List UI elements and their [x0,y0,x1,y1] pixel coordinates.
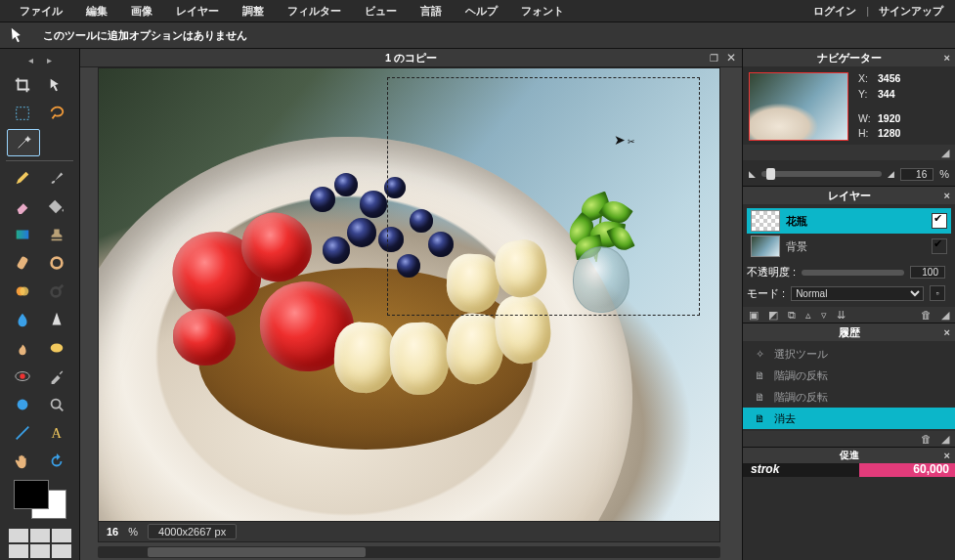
history-label: 階調の反転 [774,368,828,383]
menu-edit[interactable]: 編集 [74,4,119,19]
layers-header[interactable]: レイヤー × [743,187,955,204]
tool-blend[interactable] [7,279,38,304]
layer-down-icon[interactable]: ▿ [821,309,827,322]
tool-bucket[interactable] [41,194,72,219]
tool-marquee[interactable] [7,101,38,126]
image-vase-layer [551,195,645,313]
tool-picker[interactable] [41,364,72,389]
layer-row-vase[interactable]: 花瓶 [747,208,951,234]
nav-footer-grip-icon[interactable]: ◢ [749,147,949,159]
tool-gradient[interactable] [7,222,38,247]
promo-banner[interactable]: strok 60,000 [743,463,955,477]
canvas-hscrollbar[interactable] [98,546,720,558]
tool-sponge[interactable] [41,335,72,361]
document-tab-title[interactable]: 1 のコピー [385,51,437,65]
signup-link[interactable]: サインアップ [875,4,947,19]
history-grip-icon[interactable]: ◢ [941,433,949,446]
layer-merge-icon[interactable]: ⇊ [837,309,846,322]
layer-mode-control[interactable]: モード : Normal ▫ [747,285,951,301]
navigator-zoom-slider[interactable]: ◣ ◢ 16 % [749,166,949,182]
zoom-out-icon[interactable]: ◣ [749,169,756,179]
login-link[interactable]: ログイン [809,4,860,19]
doc-icon: 🗎 [753,369,766,381]
toolbox-tab-next[interactable]: ▸ [47,55,52,68]
tool-rotate[interactable] [41,449,72,474]
tool-patch[interactable] [41,250,72,276]
doc-icon: 🗎 [753,391,766,403]
tool-shape[interactable] [7,392,38,417]
tool-pencil[interactable] [7,165,38,191]
blend-mode-select[interactable]: Normal [791,286,924,301]
tool-move[interactable] [41,72,72,98]
promo-close-icon[interactable]: × [944,450,950,461]
layer-opacity-control[interactable]: 不透明度 : 100 [747,265,951,280]
history-item[interactable]: 🗎 消去 [743,408,955,429]
navigator-thumbnail[interactable] [749,72,848,141]
tool-zoom[interactable] [41,392,72,417]
tool-blur[interactable] [7,307,38,332]
tool-smudge[interactable] [7,335,38,361]
menu-view[interactable]: ビュー [353,4,409,19]
tool-text[interactable]: A [41,420,72,446]
menu-filter[interactable]: フィルター [276,4,353,19]
layer-dup-icon[interactable]: ⧉ [788,309,796,322]
menu-lang[interactable]: 言語 [409,4,454,19]
tool-sharpen[interactable] [41,307,72,332]
wand-icon: ✧ [753,348,766,361]
history-item[interactable]: ✧ 選択ツール [743,343,955,365]
toolbox-tab-prev[interactable]: ◂ [28,55,33,68]
menu-adjust[interactable]: 調整 [231,4,276,19]
menu-help[interactable]: ヘルプ [454,4,509,19]
opacity-value[interactable]: 100 [910,266,945,279]
layer-grip-icon[interactable]: ◢ [941,309,949,322]
canvas-status-bar: 16 % 4000x2667 px [98,521,720,542]
mode-toggle-icon[interactable]: ▫ [930,285,945,301]
menu-image[interactable]: 画像 [119,4,164,19]
tool-wand[interactable] [7,129,40,156]
layer-name[interactable]: 花瓶 [786,214,926,229]
layer-row-background[interactable]: 背景 [747,234,951,259]
history-item[interactable]: 🗎 階調の反転 [743,365,955,386]
layer-delete-icon[interactable]: 🗑 [921,309,932,321]
layer-new-icon[interactable]: ▣ [749,309,759,322]
history-close-icon[interactable]: × [944,326,950,338]
layer-up-icon[interactable]: ▵ [805,309,811,322]
close-document-icon[interactable]: ✕ [726,51,736,65]
layers-close-icon[interactable]: × [944,190,950,201]
history-item[interactable]: 🗎 階調の反転 [743,386,955,408]
tool-heal[interactable] [7,250,38,276]
navigator-close-icon[interactable]: × [944,52,950,64]
tool-brush[interactable] [41,165,72,191]
canvas-image[interactable]: ➤✂ [98,67,720,523]
tool-eraser[interactable] [7,194,38,219]
navigator-coords: X:3456 Y:344 W:1920 H:1280 [858,72,900,141]
tool-hand[interactable] [7,449,38,474]
tool-redeye[interactable] [7,364,38,389]
tool-crop[interactable] [7,72,38,98]
layer-name[interactable]: 背景 [786,239,926,254]
promo-header[interactable]: 促進 × [743,448,955,463]
layer-visibility-checkbox[interactable] [932,238,947,254]
foreground-color[interactable] [14,480,49,509]
auth-separator: | [860,5,875,17]
tool-line[interactable] [7,420,38,446]
color-swatches[interactable] [4,480,75,519]
navigator-header[interactable]: ナビゲーター × [743,49,955,66]
menu-layer[interactable]: レイヤー [164,4,231,19]
restore-window-icon[interactable]: ❐ [710,53,718,64]
tool-dodge[interactable] [41,279,72,304]
layer-mask-icon[interactable]: ◩ [768,309,778,322]
layout-presets[interactable] [4,529,75,558]
status-zoom-value[interactable]: 16 [107,526,118,538]
tool-lasso[interactable] [41,101,72,126]
tool-stamp[interactable] [41,222,72,247]
layer-visibility-checkbox[interactable] [932,213,947,229]
menu-font[interactable]: フォント [509,4,576,19]
menu-file[interactable]: ファイル [8,4,74,19]
history-delete-icon[interactable]: 🗑 [921,433,932,445]
history-header[interactable]: 履歴 × [743,323,955,341]
status-dimensions[interactable]: 4000x2667 px [148,524,237,539]
zoom-in-icon[interactable]: ◢ [888,169,894,179]
navigator-zoom-value[interactable]: 16 [900,168,933,181]
canvas-viewport[interactable]: ➤✂ 16 % 4000x2667 px [80,67,742,560]
